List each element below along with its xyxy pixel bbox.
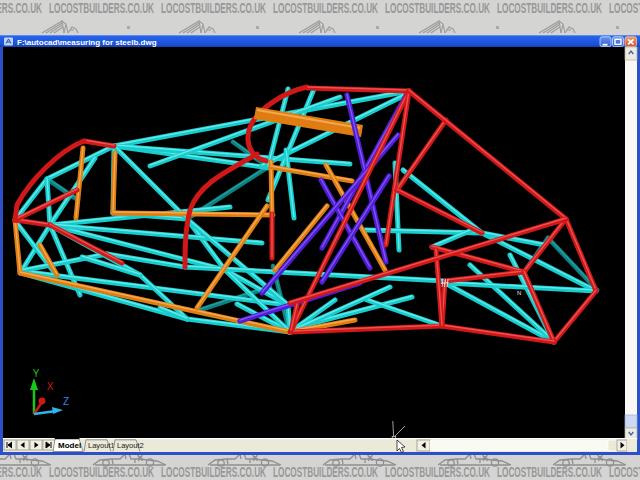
svg-text:Layout2: Layout2 — [117, 441, 144, 450]
svg-text:Layout1: Layout1 — [88, 441, 115, 450]
svg-text:N: N — [517, 290, 521, 296]
svg-text:LOCOSTBUILDERS.CO.UK: LOCOSTBUILDERS.CO.UK — [0, 0, 42, 16]
svg-text:LOCOSTBUILDERS.CO.UK: LOCOSTBUILDERS.CO.UK — [49, 0, 154, 16]
svg-text:LOCOSTBUILDERS.CO.UK: LOCOSTBUILDERS.CO.UK — [497, 0, 602, 16]
svg-text:LOCOSTBUILDERS.CO.UK: LOCOSTBUILDERS.CO.UK — [497, 464, 602, 480]
svg-text:LOCOSTBUILDERS.CO.UK: LOCOSTBUILDERS.CO.UK — [161, 0, 266, 16]
svg-text:F:\autocad\measuring for steel: F:\autocad\measuring for steelb.dwg — [17, 38, 157, 47]
svg-text:X: X — [47, 381, 54, 392]
svg-text:Y: Y — [33, 368, 40, 379]
svg-text:LOCOSTBUILDERS.CO.UK: LOCOSTBUILDERS.CO.UK — [609, 464, 640, 480]
svg-text:LOCOSTBUILDERS.CO.UK: LOCOSTBUILDERS.CO.UK — [0, 464, 42, 480]
svg-text:LOCOSTBUILDERS.CO.UK: LOCOSTBUILDERS.CO.UK — [385, 464, 490, 480]
svg-text:LOCOSTBUILDERS.CO.UK: LOCOSTBUILDERS.CO.UK — [609, 0, 640, 16]
svg-text:LOCOSTBUILDERS.CO.UK: LOCOSTBUILDERS.CO.UK — [385, 0, 490, 16]
svg-text:LOCOSTBUILDERS.CO.UK: LOCOSTBUILDERS.CO.UK — [161, 464, 266, 480]
svg-text:LOCOSTBUILDERS.CO.UK: LOCOSTBUILDERS.CO.UK — [49, 464, 154, 480]
svg-text:LOCOSTBUILDERS.CO.UK: LOCOSTBUILDERS.CO.UK — [273, 464, 378, 480]
svg-text:Z: Z — [63, 396, 69, 407]
svg-text:LOCOSTBUILDERS.CO.UK: LOCOSTBUILDERS.CO.UK — [273, 0, 378, 16]
svg-text:Model: Model — [58, 441, 81, 450]
